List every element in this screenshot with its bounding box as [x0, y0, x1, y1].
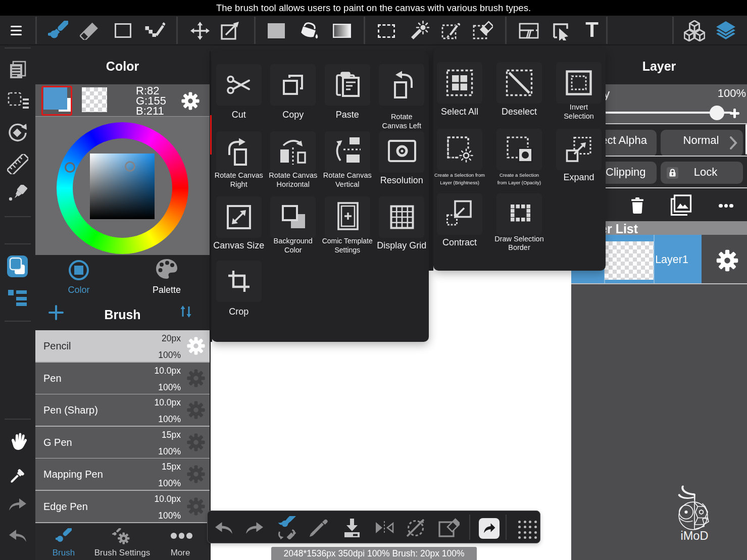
svg-text:iMoD: iMoD	[681, 529, 709, 542]
